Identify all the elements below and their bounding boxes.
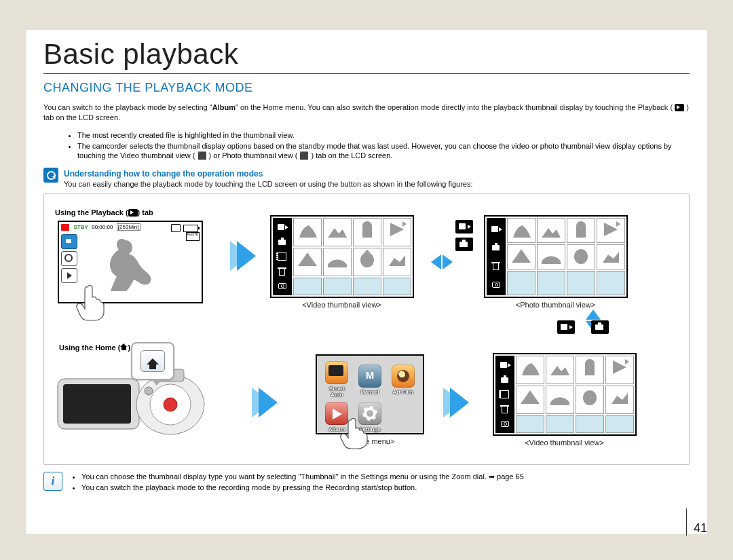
- thumbnail-grid: [293, 218, 411, 276]
- video-tab-icon[interactable]: [276, 222, 289, 233]
- smart-auto-icon: [325, 361, 348, 384]
- figure-row-1: Using the Playback () tab STBY 00:00:00 …: [51, 198, 682, 314]
- thumbnail-cell[interactable]: [597, 271, 625, 296]
- thumb-sidebar: [273, 218, 292, 295]
- thumbnail-cell[interactable]: [516, 386, 544, 414]
- lcd-video-thumbnails: [493, 353, 637, 436]
- thumbnail-cell[interactable]: [293, 218, 322, 246]
- hm-label: Art Film: [393, 389, 413, 395]
- magnifier-icon: [43, 168, 58, 183]
- camera-icon[interactable]: [498, 418, 512, 429]
- thumbnail-cell[interactable]: [353, 248, 381, 276]
- trash-icon[interactable]: [276, 266, 289, 277]
- intro-bullet-1: The most recently created file is highli…: [77, 130, 690, 141]
- camera-icon[interactable]: [489, 279, 503, 290]
- thumbnail-cell[interactable]: [537, 271, 565, 296]
- film-icon[interactable]: [498, 389, 512, 400]
- thumbnail-cell[interactable]: [537, 218, 565, 243]
- video-tab-icon[interactable]: [489, 224, 503, 235]
- arrow-left-icon: [431, 255, 441, 269]
- thumbnail-cell[interactable]: [597, 244, 625, 269]
- thumbnail-cell[interactable]: [537, 244, 565, 269]
- thumbnail-cell[interactable]: [383, 278, 411, 295]
- rec-status-stby: STBY: [73, 224, 88, 230]
- thumbnail-cell[interactable]: [323, 248, 352, 276]
- home-menu-item-artfilm[interactable]: Art Film: [388, 361, 417, 398]
- thumbnail-cell[interactable]: [546, 415, 574, 433]
- lcd-home-menu: Smart Auto Manual Art Film Album Setting…: [316, 354, 424, 434]
- video-tab-icon[interactable]: [498, 360, 512, 371]
- callout-title: Understanding how to change the operatio…: [64, 169, 473, 179]
- rec-status-remain: [253Min]: [117, 224, 140, 230]
- thumbnail-cell[interactable]: [576, 386, 604, 414]
- thumbnail-cell[interactable]: [293, 248, 322, 276]
- thumbnail-cell[interactable]: [546, 356, 574, 384]
- rec-status-time: 00:00:00: [92, 224, 113, 230]
- side-btn-playback[interactable]: [61, 268, 77, 283]
- footer-bullet-1: You can choose the thumbnail display typ…: [81, 472, 524, 482]
- lcd-photo-thumbnails: [484, 215, 628, 298]
- side-btn-camera[interactable]: [61, 234, 77, 249]
- thumbnail-cell[interactable]: [605, 386, 634, 414]
- camera-icon[interactable]: [276, 280, 289, 291]
- thumbnail-cell[interactable]: [546, 386, 574, 414]
- video-thumb-caption: <Video thumbnail view>: [265, 301, 418, 309]
- thumbnail-cell[interactable]: [353, 278, 381, 295]
- thumbnail-cell[interactable]: [507, 271, 535, 296]
- home-button[interactable]: [140, 350, 165, 372]
- thumbnail-cell[interactable]: [576, 356, 604, 384]
- photo-tab-icon[interactable]: [498, 375, 512, 386]
- intro-bullets: The most recently created file is highli…: [50, 130, 690, 162]
- photo-tab-icon[interactable]: [276, 237, 289, 248]
- arrow-2: [227, 388, 309, 417]
- thumbnail-cell[interactable]: [507, 244, 535, 269]
- title-divider: [43, 73, 690, 74]
- thumbnail-cell[interactable]: [567, 244, 595, 269]
- side-btn-zoom[interactable]: [61, 251, 77, 266]
- home-menu-item-manual[interactable]: Manual: [356, 361, 385, 398]
- intro-post: " on the Home menu. You can also switch …: [236, 103, 673, 111]
- playback-tab-panel: Using the Playback () tab STBY 00:00:00 …: [51, 208, 227, 303]
- fullhd-badge: Full HD: [186, 232, 200, 241]
- arrow-right-small-icon: [443, 255, 453, 269]
- arrow-right-icon: [237, 241, 256, 271]
- thumbnail-cell[interactable]: [323, 278, 352, 295]
- thumbnail-cell[interactable]: [567, 218, 595, 243]
- intro-pre: You can switch to the playback mode by s…: [43, 103, 212, 111]
- battery-icon: [183, 225, 198, 232]
- photo-tab-icon[interactable]: [489, 242, 503, 253]
- thumbnail-cell[interactable]: [323, 218, 352, 246]
- trash-icon[interactable]: [498, 404, 512, 415]
- home-menu-item-smartauto[interactable]: Smart Auto: [322, 361, 352, 398]
- thumb-bottom-row: [516, 415, 634, 433]
- thumbnail-cell[interactable]: [516, 356, 544, 384]
- svg-point-4: [164, 398, 177, 411]
- callout: Understanding how to change the operatio…: [43, 168, 690, 188]
- photo-thumb-caption: <Photo thumbnail view>: [479, 301, 632, 309]
- note-icon: i: [43, 472, 62, 491]
- thumbnail-cell[interactable]: [605, 356, 634, 384]
- thumbnail-cell[interactable]: [516, 415, 544, 433]
- thumbnail-cell[interactable]: [507, 218, 535, 243]
- callout-body: You can easily change the playback mode …: [64, 180, 473, 188]
- arrow-3: [431, 388, 488, 417]
- mid-swap-chips: [455, 220, 473, 251]
- page-title: Basic playback: [43, 38, 690, 71]
- lcd-sidebar: [61, 234, 77, 285]
- thumbnail-cell[interactable]: [576, 415, 604, 433]
- home-icon: [147, 358, 159, 365]
- thumbnail-cell[interactable]: [605, 415, 634, 433]
- thumbnail-cell[interactable]: [383, 248, 411, 276]
- trash-icon[interactable]: [489, 261, 503, 272]
- thumbnail-cell[interactable]: [567, 271, 595, 296]
- intro-paragraph: You can switch to the playback mode by s…: [43, 102, 690, 123]
- film-icon[interactable]: [276, 251, 289, 262]
- swap-horizontal: [418, 255, 466, 269]
- arrow-right-icon: [450, 388, 469, 417]
- thumbnail-cell[interactable]: [353, 218, 381, 246]
- thumbnail-cell[interactable]: [293, 278, 322, 295]
- thumbnail-cell[interactable]: [383, 218, 411, 246]
- svg-point-6: [145, 387, 153, 395]
- thumbnail-grid: [516, 356, 634, 414]
- thumbnail-cell[interactable]: [597, 218, 625, 243]
